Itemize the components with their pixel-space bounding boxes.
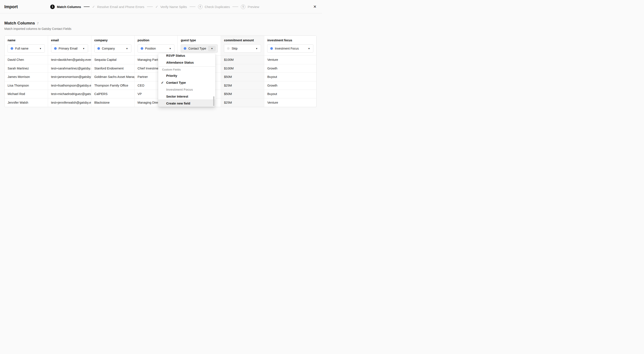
field-select-email[interactable]: Primary Email ▼ xyxy=(51,44,88,52)
menu-section-custom-fields: Custom Fields xyxy=(158,67,215,72)
cell-commitment-amount: $50M xyxy=(221,90,264,98)
cell-name: James Morrison xyxy=(4,73,48,81)
cell-investment-focus: Growth xyxy=(264,81,316,90)
import-stepper: 1 Match Columns ✓ Resolve Email and Phon… xyxy=(50,0,259,14)
chevron-down-icon: ▼ xyxy=(81,48,86,50)
step-connector xyxy=(190,6,196,7)
field-dropdown-list: RSVP Status Attendance Status Custom Fie… xyxy=(158,54,215,100)
menu-item-attendance-status[interactable]: Attendance Status xyxy=(158,59,215,66)
mapped-dot xyxy=(98,47,100,50)
mapped-dot xyxy=(54,47,57,50)
cell-investment-focus: Venture xyxy=(264,98,316,107)
mapped-dot xyxy=(141,47,143,50)
app-title: Import xyxy=(4,4,18,9)
menu-scrollbar-thumb[interactable] xyxy=(213,96,214,106)
menu-item-contact-type[interactable]: ✓ Contact Type xyxy=(158,79,215,86)
menu-item-create-new-field[interactable]: Create new field xyxy=(158,100,215,107)
step-verify-name-splits[interactable]: ✓ Verify Name Splits xyxy=(155,5,187,9)
menu-item-investment-focus: Investment Focus xyxy=(158,86,215,93)
check-icon: ✓ xyxy=(161,81,164,84)
column-header-company: company Company ▼ xyxy=(91,36,134,56)
page-title: Match Columns xyxy=(4,21,35,26)
mapped-dot xyxy=(184,47,186,50)
menu-item-priority[interactable]: Priority xyxy=(158,72,215,79)
page-head: Match Columns 7 Match imported columns t… xyxy=(4,21,72,30)
mapped-dot xyxy=(270,47,273,50)
cell-commitment-amount: $25M xyxy=(221,98,264,107)
cell-name: Lisa Thompson xyxy=(4,81,48,90)
step-match-columns[interactable]: 1 Match Columns xyxy=(50,4,81,9)
chevron-down-icon: ▼ xyxy=(254,48,259,50)
cell-investment-focus: Buyout xyxy=(264,73,316,81)
field-select-guest-type[interactable]: Contact Type ▼ xyxy=(181,44,218,52)
cell-commitment-amount: $100M xyxy=(221,56,264,64)
step-3-check-icon: ✓ xyxy=(155,5,158,9)
field-dropdown-menu: RSVP Status Attendance Status Custom Fie… xyxy=(158,54,215,107)
cell-name: Sarah Martinez xyxy=(4,64,48,73)
cell-commitment-amount: $25M xyxy=(221,81,264,90)
cell-name: Michael Rod xyxy=(4,90,48,98)
field-select-name[interactable]: Full name ▼ xyxy=(8,44,45,52)
top-bar: Import 1 Match Columns ✓ Resolve Email a… xyxy=(0,0,322,14)
chevron-down-icon: ▼ xyxy=(38,48,43,50)
field-select-commitment-amount[interactable]: Skip ▼ xyxy=(224,44,261,52)
cell-company: Stanford Endowment xyxy=(91,64,134,73)
cell-commitment-amount: $100M xyxy=(221,64,264,73)
cell-name: Jennifer Walsh xyxy=(4,98,48,107)
column-count: 7 xyxy=(37,22,38,25)
menu-divider xyxy=(158,66,215,67)
column-header-investment-focus: investment focus Investment Focus ▼ xyxy=(264,36,316,56)
cell-company: Blackstone xyxy=(91,98,134,107)
step-connector xyxy=(84,6,90,7)
field-select-company[interactable]: Company ▼ xyxy=(94,44,131,52)
cell-email: test+sarahmartinez@gatsby.e xyxy=(48,64,91,73)
step-1-badge: 1 xyxy=(50,4,55,9)
cell-email: test+michaelrodriguez@gatsb xyxy=(48,90,91,98)
column-header-name: name Full name ▼ xyxy=(4,36,48,56)
cell-email: test+jamesmorrison@gatsby. xyxy=(48,73,91,81)
table-header-row: name Full name ▼ email Primary Email ▼ c… xyxy=(4,36,316,56)
field-select-investment-focus[interactable]: Investment Focus ▼ xyxy=(267,44,313,52)
column-header-email: email Primary Email ▼ xyxy=(48,36,91,56)
step-preview[interactable]: 5 Preview xyxy=(241,4,259,9)
step-check-duplicates[interactable]: 4 Check Duplicates xyxy=(198,4,230,9)
step-2-check-icon: ✓ xyxy=(92,5,95,9)
cell-investment-focus: Buyout xyxy=(264,90,316,98)
menu-item-sector-interest[interactable]: Sector Interest xyxy=(158,93,215,100)
chevron-down-icon: ▼ xyxy=(168,48,173,50)
cell-name: David Chen xyxy=(4,56,48,64)
column-header-guest-type: guest type Contact Type ▼ xyxy=(178,36,221,56)
cell-email: test+davidchen@gatsby.even xyxy=(48,56,91,64)
skip-dot xyxy=(227,47,230,50)
cell-company: Thompson Family Office xyxy=(91,81,134,90)
page-subtitle: Match imported columns to Gatsby Contact… xyxy=(4,27,72,30)
cell-commitment-amount: $50M xyxy=(221,73,264,81)
chevron-down-icon: ▼ xyxy=(210,48,214,50)
cell-email: test+lisathompson@gatsby.e xyxy=(48,81,91,90)
step-4-badge: 4 xyxy=(198,4,202,9)
chevron-down-icon: ▼ xyxy=(125,48,130,50)
cell-investment-focus: Venture xyxy=(264,56,316,64)
cell-investment-focus: Growth xyxy=(264,64,316,73)
cell-email: test+jenniferwalsh@gatsby.e xyxy=(48,98,91,107)
step-5-badge: 5 xyxy=(241,4,246,9)
cell-company: Goldman Sachs Asset Manag xyxy=(91,73,134,81)
column-header-position: position Position ▼ xyxy=(134,36,178,56)
close-icon[interactable]: ✕ xyxy=(312,4,318,10)
step-resolve-errors[interactable]: ✓ Resolve Email and Phone Errors xyxy=(92,5,144,9)
cell-company: CalPERS xyxy=(91,90,134,98)
step-connector xyxy=(232,6,238,7)
step-connector xyxy=(147,6,153,7)
column-header-commitment-amount: commitment amount Skip ▼ xyxy=(221,36,264,56)
menu-item-rsvp-status[interactable]: RSVP Status xyxy=(158,54,215,59)
field-select-position[interactable]: Position ▼ xyxy=(138,44,175,52)
cell-company: Sequoia Capital xyxy=(91,56,134,64)
chevron-down-icon: ▼ xyxy=(307,48,312,50)
mapped-dot xyxy=(10,47,13,50)
